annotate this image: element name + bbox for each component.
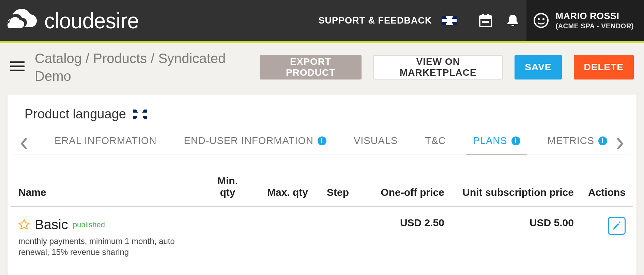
tabs-scroll-right[interactable] (610, 138, 630, 152)
svg-rect-4 (482, 21, 489, 23)
calendar-icon (479, 13, 492, 28)
plans-table: Name Min. qty Max. qty Step One-off pric… (11, 169, 633, 261)
col-step: Step (313, 169, 354, 206)
tab-general-information[interactable]: ERAL INFORMATION (55, 135, 157, 146)
user-info: MARIO ROSSI (ACME SPA - VENDOR) (556, 11, 634, 31)
table-row: Basic published monthly payments, minimu… (11, 206, 633, 261)
export-product-button[interactable]: EXPORT PRODUCT (260, 55, 362, 79)
cell-step (313, 206, 354, 261)
avatar-icon (533, 13, 549, 28)
language-flag-icon[interactable] (442, 16, 457, 25)
tab-end-user-information[interactable]: END-USER INFORMATIONi (184, 135, 326, 146)
plan-name: Basic (35, 217, 68, 232)
tab-metrics[interactable]: METRICSi (548, 135, 608, 146)
save-button[interactable]: SAVE (515, 55, 562, 79)
info-icon: i (511, 136, 520, 145)
tabs: ERAL INFORMATION END-USER INFORMATIONi V… (14, 135, 630, 155)
tab-terms-and-conditions[interactable]: T&C (425, 135, 446, 146)
product-card: Product language ERAL INFORMATION END-US… (7, 95, 637, 275)
svg-rect-10 (10, 70, 25, 71)
product-language-label: Product language (25, 107, 126, 121)
brand-logo[interactable]: cloudesire (0, 9, 139, 33)
tab-label: PLANS (473, 135, 507, 146)
svg-point-5 (534, 14, 548, 27)
delete-button[interactable]: DELETE (574, 55, 634, 79)
bell-icon (507, 13, 519, 28)
notifications-button[interactable] (499, 0, 526, 41)
info-icon: i (318, 136, 326, 145)
star-icon[interactable] (18, 219, 30, 231)
col-name: Name (11, 169, 204, 206)
user-menu[interactable]: MARIO ROSSI (ACME SPA - VENDOR) (526, 0, 644, 41)
tab-label: END-USER INFORMATION (184, 135, 313, 146)
svg-rect-3 (487, 14, 489, 17)
hamburger-menu-button[interactable] (10, 61, 25, 74)
breadcrumb[interactable]: Catalog / Products / Syndicated Demo (35, 49, 249, 85)
col-unit-sub: Unit subscription price (449, 169, 579, 206)
view-on-marketplace-button[interactable]: VIEW ON MARKETPLACE (373, 55, 503, 79)
tab-visuals[interactable]: VISUALS (354, 135, 398, 146)
topbar: cloudesire SUPPORT & FEEDBACK (0, 0, 644, 41)
info-icon: i (598, 136, 607, 145)
edit-plan-button[interactable] (608, 217, 626, 235)
cloud-icon (7, 9, 37, 32)
col-one-off: One-off price (354, 169, 449, 206)
svg-rect-9 (10, 66, 25, 67)
calendar-button[interactable] (472, 0, 499, 41)
tab-label: ERAL INFORMATION (55, 135, 157, 146)
cell-max-qty (251, 206, 313, 261)
tab-label: VISUALS (354, 135, 398, 146)
svg-point-7 (542, 18, 545, 20)
pencil-icon (612, 221, 622, 231)
svg-rect-2 (482, 14, 484, 17)
tab-label: METRICS (548, 135, 595, 146)
brand-text: cloudesire (44, 8, 139, 33)
product-language-row: Product language (11, 107, 633, 135)
support-feedback-link[interactable]: SUPPORT & FEEDBACK (308, 15, 442, 26)
svg-point-6 (538, 18, 540, 20)
status-badge: published (73, 220, 105, 229)
col-max-qty: Max. qty (251, 169, 313, 206)
hamburger-icon (10, 61, 25, 72)
table-header-row: Name Min. qty Max. qty Step One-off pric… (11, 169, 633, 206)
chevron-right-icon (617, 138, 624, 149)
col-actions: Actions (579, 169, 633, 206)
svg-rect-8 (10, 61, 25, 63)
plan-description: monthly payments, minimum 1 month, auto … (18, 236, 199, 258)
user-org: (ACME SPA - VENDOR) (556, 22, 634, 30)
subheader: Catalog / Products / Syndicated Demo EXP… (0, 43, 644, 95)
cell-unit-sub: USD 5.00 (449, 206, 579, 261)
user-name: MARIO ROSSI (556, 11, 634, 22)
cell-min-qty (204, 206, 251, 261)
product-language-flag-icon[interactable] (133, 110, 147, 119)
tab-label: T&C (425, 135, 446, 146)
tabs-scroll-left[interactable] (14, 138, 34, 152)
tab-plans[interactable]: PLANSi (473, 135, 520, 146)
svg-rect-1 (480, 16, 491, 19)
cell-one-off: USD 2.50 (354, 206, 449, 261)
chevron-left-icon (20, 138, 27, 149)
col-min-qty: Min. qty (204, 169, 251, 206)
